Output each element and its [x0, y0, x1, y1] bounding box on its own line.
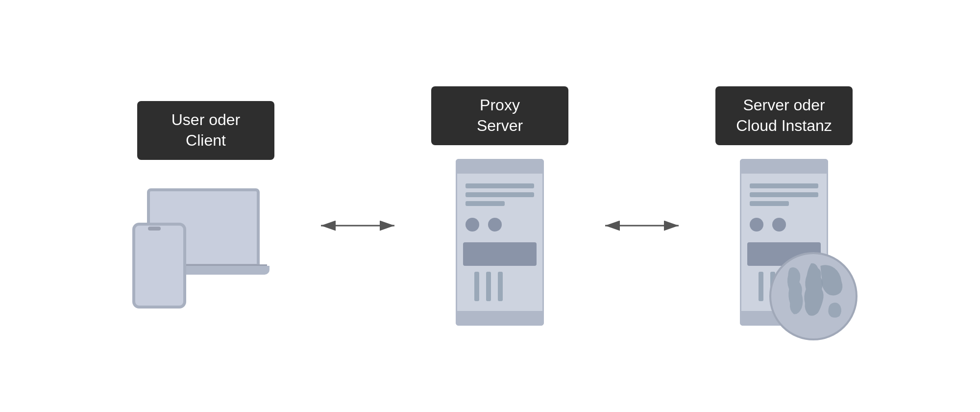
phone-body	[132, 223, 186, 309]
client-label-line1: User oder	[172, 111, 241, 129]
tower-dots	[466, 218, 502, 232]
tower-line-2	[466, 192, 534, 197]
tower-dot-1	[466, 218, 479, 232]
cloud-tower-vent-1	[759, 272, 763, 301]
proxy-server-illustration	[456, 159, 544, 326]
tower-top-stripe	[456, 159, 544, 174]
globe-icon	[769, 252, 858, 340]
client-label: User oder Client	[137, 101, 274, 159]
arrow1-svg	[314, 216, 402, 235]
tower-bay	[463, 242, 537, 266]
arrow2-svg	[598, 216, 686, 235]
arrow-proxy-to-cloud	[598, 216, 686, 235]
cloud-tower-dot-2	[772, 218, 786, 232]
arrow-client-to-proxy	[314, 216, 402, 235]
phone-notch	[148, 227, 161, 231]
client-devices-illustration	[127, 174, 284, 311]
diagram: User oder Client	[0, 67, 980, 345]
proxy-label-line2: Server	[477, 117, 523, 134]
cloud-label-line2: Cloud Instanz	[736, 117, 832, 134]
tower-vent-3	[498, 272, 503, 301]
cloud-tower-line-2	[750, 192, 818, 197]
tower-lines	[466, 183, 534, 210]
tower-line-1	[466, 183, 534, 188]
tower-vent-2	[486, 272, 491, 301]
tower-line-3	[466, 201, 505, 206]
client-label-line2: Client	[186, 131, 226, 149]
proxy-label: Proxy Server	[431, 86, 568, 145]
cloud-tower-top-stripe	[740, 159, 828, 174]
globe-svg	[771, 254, 856, 338]
cloud-tower-line-1	[750, 183, 818, 188]
cloud-node: Server oder Cloud Instanz	[715, 86, 853, 325]
cloud-label: Server oder Cloud Instanz	[715, 86, 853, 145]
tower-vents	[474, 272, 503, 301]
cloud-tower-dot-1	[750, 218, 763, 232]
cloud-label-line1: Server oder	[743, 96, 825, 114]
tower-dot-2	[488, 218, 502, 232]
cloud-tower-lines	[750, 183, 818, 210]
globe-circle	[769, 252, 858, 340]
tower-bottom-stripe	[456, 311, 544, 326]
cloud-tower-dots	[750, 218, 786, 232]
proxy-label-line1: Proxy	[480, 96, 520, 114]
tower-vent-1	[474, 272, 479, 301]
client-node: User oder Client	[127, 101, 284, 310]
cloud-tower-line-3	[750, 201, 789, 206]
cloud-server-wrapper	[740, 159, 828, 326]
proxy-node: Proxy Server	[431, 86, 568, 325]
